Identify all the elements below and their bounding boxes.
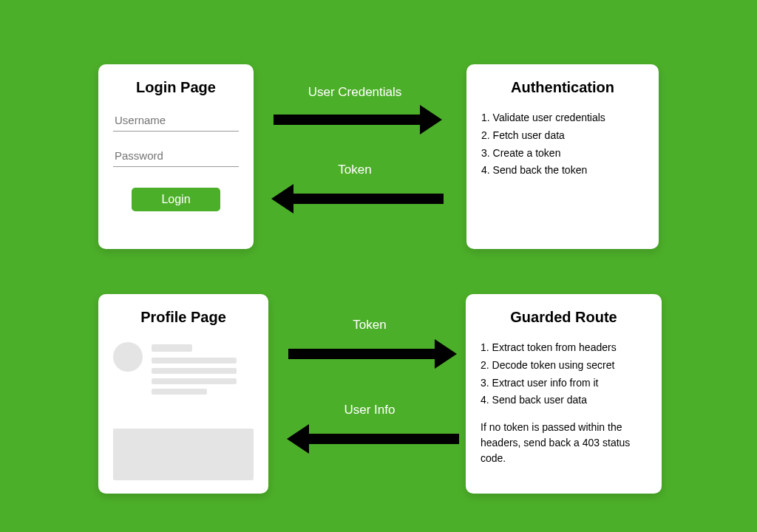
login-title: Login Page [113,79,239,96]
username-input[interactable] [113,109,239,132]
guarded-step: Extract token from headers [481,339,647,357]
avatar-placeholder [113,342,143,372]
guarded-step: Extract user info from it [481,375,647,392]
auth-title: Authentication [481,79,644,96]
arrow-label-token-back: Token [274,163,436,177]
auth-steps: Validate user credentials Fetch user dat… [481,109,644,180]
guarded-steps: Extract token from headers Decode token … [481,339,647,409]
skeleton-line [152,358,237,364]
guarded-title: Guarded Route [481,309,647,326]
skeleton-block [113,429,254,480]
profile-title: Profile Page [113,309,254,326]
arrow-label-token-send: Token [288,318,451,332]
authentication-card: Authentication Validate user credentials… [466,64,659,249]
guarded-route-card: Guarded Route Extract token from headers… [466,294,662,494]
login-page-card: Login Page Login [98,64,254,249]
auth-step: Send back the token [481,162,644,180]
login-button[interactable]: Login [132,188,220,211]
skeleton-line [152,344,192,352]
skeleton-line [152,378,237,384]
auth-step: Fetch user data [481,127,644,145]
password-input[interactable] [113,145,239,167]
guarded-note: If no token is passed within the headers… [481,420,647,466]
skeleton-line [152,368,237,374]
guarded-step: Send back user data [481,392,647,409]
arrow-label-credentials: User Credentials [274,85,436,100]
arrow-label-userinfo: User Info [288,403,451,417]
auth-step: Validate user credentials [481,109,644,127]
skeleton-line [152,389,207,395]
guarded-step: Decode token using secret [481,357,647,375]
profile-page-card: Profile Page [98,294,268,494]
auth-step: Create a token [481,145,644,163]
